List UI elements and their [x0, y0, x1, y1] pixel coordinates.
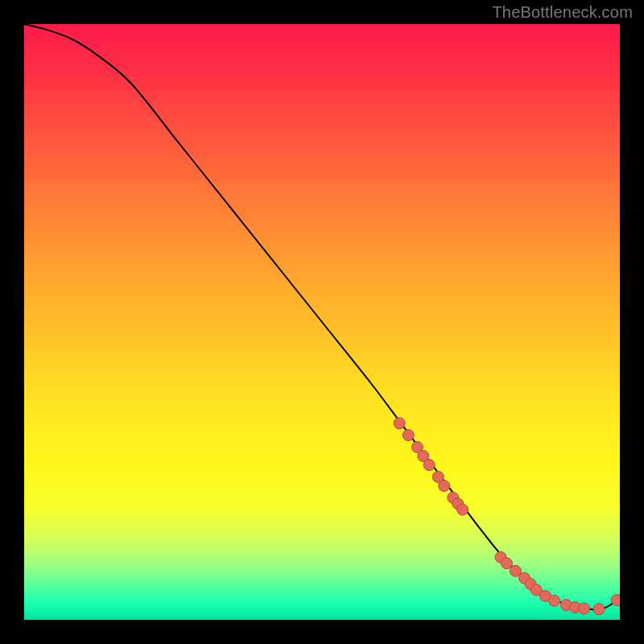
attribution-label: TheBottleneck.com: [492, 3, 633, 22]
marker-point: [423, 460, 435, 471]
marker-point: [501, 558, 512, 569]
marker-point: [402, 430, 414, 441]
marker-point: [549, 595, 560, 606]
chart-frame: TheBottleneck.com: [0, 0, 644, 644]
highlight-markers: [394, 418, 620, 615]
marker-point: [579, 603, 590, 614]
marker-point: [439, 481, 450, 492]
bottleneck-curve: [24, 24, 620, 610]
marker-point: [593, 604, 605, 615]
marker-point: [611, 595, 620, 606]
chart-overlay: [24, 24, 620, 620]
marker-point: [457, 504, 469, 515]
marker-point: [394, 418, 405, 429]
plot-area: [24, 24, 620, 620]
